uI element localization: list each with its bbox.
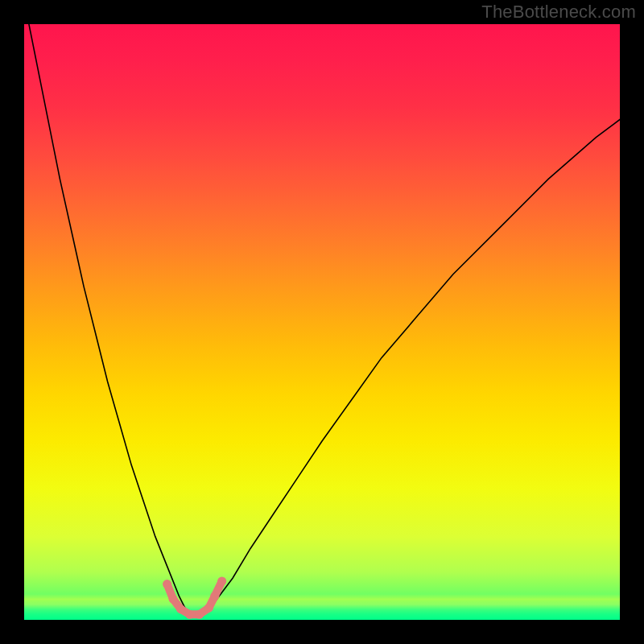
curve-left-branch	[24, 24, 188, 614]
marker-dot	[169, 595, 178, 604]
marker-dot	[204, 604, 213, 613]
marker-dot	[185, 610, 194, 619]
watermark-text: TheBottleneck.com	[481, 2, 636, 23]
plot-area	[24, 24, 620, 620]
marker-dot	[210, 592, 219, 601]
chart-root: TheBottleneck.com	[0, 0, 644, 644]
curve-layer	[24, 24, 620, 620]
marker-dot	[163, 580, 171, 588]
marker-dot	[217, 576, 226, 585]
curve-right-branch	[203, 119, 620, 613]
marker-dot	[176, 605, 185, 613]
marker-cluster	[163, 576, 226, 618]
marker-dot	[195, 610, 204, 619]
